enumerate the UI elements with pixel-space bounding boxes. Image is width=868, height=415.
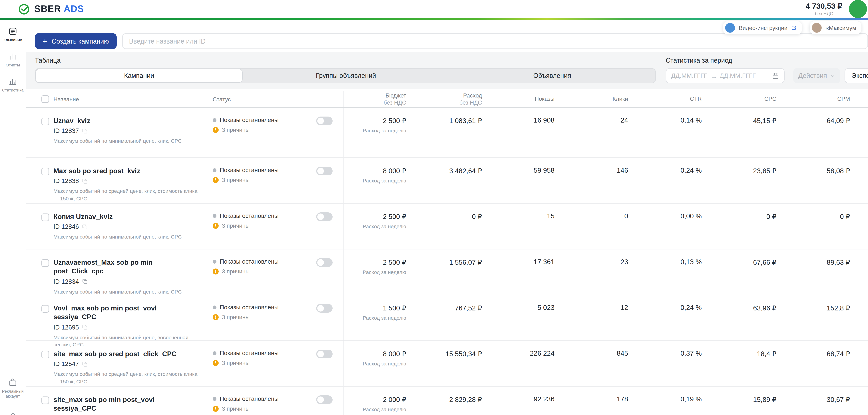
column-spend-sub: без НДС [412, 99, 482, 106]
status-text: Показы остановлены [220, 212, 279, 219]
calendar-icon[interactable] [772, 72, 779, 79]
impressions-value: 226 224 [487, 341, 559, 386]
warning-icon [213, 177, 219, 183]
chevron-up-icon [9, 410, 17, 415]
campaign-toggle[interactable] [316, 116, 333, 125]
row-checkbox[interactable] [41, 213, 49, 221]
campaign-toggle[interactable] [316, 167, 333, 175]
ctr-value: 0,37 % [633, 341, 707, 386]
sidebar-item-reports[interactable]: Отчёты [0, 52, 26, 68]
tab-ads[interactable]: Объявления [449, 69, 655, 83]
panel-title: Таблица [35, 57, 656, 64]
budget-note: Расход за неделю [344, 178, 406, 183]
campaign-name[interactable]: Uznav_kviz [54, 116, 213, 126]
tab-ad-groups[interactable]: Группы объявлений [243, 69, 449, 83]
copy-icon[interactable] [82, 224, 88, 230]
status-reasons-link[interactable]: 3 причины [222, 176, 250, 183]
copy-icon[interactable] [82, 361, 88, 367]
sidebar-collapse-control[interactable] [0, 410, 26, 415]
campaign-name[interactable]: site_max sob po min post_vovl sessiya_CP… [54, 395, 213, 413]
status-dot-icon [213, 260, 216, 264]
status-text: Показы остановлены [220, 116, 279, 123]
export-label: Экспорт [851, 72, 868, 79]
create-campaign-button[interactable]: Создать кампанию [35, 33, 117, 49]
spend-value: 15 550,34 ₽ [412, 341, 487, 386]
warning-icon [213, 314, 219, 320]
copy-icon[interactable] [82, 128, 88, 134]
row-checkbox[interactable] [41, 305, 49, 313]
status-text: Показы остановлены [220, 350, 279, 356]
balance-amount: 4 730,53 ₽ [806, 2, 842, 10]
period-controls: Действия Экспорт [666, 68, 868, 83]
clicks-value: 146 [559, 158, 633, 203]
sidebar: Кампании Отчёты Статистика Рекламный акк… [0, 20, 26, 415]
campaign-name[interactable]: Копия Uznav_kviz [54, 212, 213, 221]
status-reasons-link[interactable]: 3 причины [222, 314, 250, 320]
cpc-value: 15,89 ₽ [707, 387, 781, 415]
video-instructions-card[interactable]: Видео-инструкции [723, 21, 802, 34]
tab-campaigns[interactable]: Кампании [35, 69, 243, 83]
promo-card[interactable]: «Максимум [810, 21, 862, 34]
campaign-toggle[interactable] [316, 304, 333, 313]
sidebar-item-statistics[interactable]: Статистика [0, 77, 26, 93]
actions-button[interactable]: Действия [793, 68, 840, 83]
campaign-toggle[interactable] [316, 350, 333, 358]
export-button[interactable]: Экспорт [844, 68, 868, 83]
campaign-name[interactable]: site_max sob po sred post_click_CPC [54, 350, 213, 358]
plus-icon [42, 37, 47, 45]
spend-value: 0 ₽ [412, 204, 487, 249]
sidebar-item-label: Рекламный аккаунт [0, 389, 26, 399]
cpc-value: 45,15 ₽ [707, 108, 781, 158]
row-checkbox[interactable] [41, 118, 49, 125]
search-input[interactable] [122, 33, 868, 49]
clicks-value: 24 [559, 108, 633, 158]
table-row: site_max sob po min post_vovl sessiya_CP… [26, 387, 868, 415]
copy-icon[interactable] [82, 178, 88, 184]
cpc-value: 23,85 ₽ [707, 158, 781, 203]
column-cpc: CPC [707, 96, 781, 103]
date-from-input[interactable] [671, 72, 708, 79]
copy-icon[interactable] [82, 278, 88, 284]
campaign-name[interactable]: Uznavaemost_Max sob po min post_Click_cp… [54, 258, 213, 276]
date-to-input[interactable] [720, 72, 757, 79]
status-reasons-link[interactable]: 3 причины [222, 222, 250, 229]
status-reasons-link[interactable]: 3 причины [222, 359, 250, 366]
warning-icon [213, 127, 219, 133]
table-row: Vovl_max sob po min post_vovl sessiya_CP… [26, 295, 868, 341]
select-all-checkbox[interactable] [41, 95, 49, 103]
budget-note: Расход за неделю [344, 360, 406, 367]
campaign-name[interactable]: Max sob po sred post_kviz [54, 167, 213, 176]
user-avatar[interactable] [849, 0, 867, 18]
campaign-toggle[interactable] [316, 395, 333, 404]
table-row: Max sob po sred post_kviz ID 12838 Макси… [26, 158, 868, 204]
row-checkbox[interactable] [41, 351, 49, 358]
promo-label: «Максимум [826, 25, 856, 31]
campaign-id: ID 12837 [54, 128, 79, 134]
campaign-name[interactable]: Vovl_max sob po min post_vovl sessiya_CP… [54, 304, 213, 322]
ctr-value: 0,00 % [633, 204, 707, 249]
budget-value: 1 500 ₽ [344, 304, 406, 312]
warning-icon [213, 406, 219, 412]
table-row: Копия Uznav_kviz ID 12846 Максимум событ… [26, 204, 868, 249]
column-budget: Бюджет без НДС [343, 91, 412, 107]
impressions-value: 5 023 [487, 295, 559, 348]
campaign-toggle[interactable] [316, 258, 333, 267]
ctr-value: 0,24 % [633, 295, 707, 348]
status-reasons-link[interactable]: 3 причины [222, 405, 250, 412]
campaign-strategy: Максимум событий по минимальной цене, кл… [54, 288, 213, 295]
date-range-picker[interactable] [666, 68, 784, 83]
status-reasons-link[interactable]: 3 причины [222, 268, 250, 275]
sber-ads-logo[interactable]: SBERADS [18, 3, 84, 15]
sidebar-item-campaigns[interactable]: Кампании [0, 27, 26, 42]
row-checkbox[interactable] [41, 259, 49, 267]
copy-icon[interactable] [82, 324, 88, 330]
budget-value: 2 500 ₽ [344, 212, 406, 220]
row-checkbox[interactable] [41, 396, 49, 404]
sidebar-item-ad-account[interactable]: Рекламный аккаунт [0, 378, 26, 399]
status-reasons-link[interactable]: 3 причины [222, 126, 250, 133]
column-clicks: Клики [559, 96, 633, 103]
status-text: Показы остановлены [220, 304, 279, 310]
row-checkbox[interactable] [41, 168, 49, 175]
campaign-toggle[interactable] [316, 212, 333, 221]
clicks-value: 845 [559, 341, 633, 386]
